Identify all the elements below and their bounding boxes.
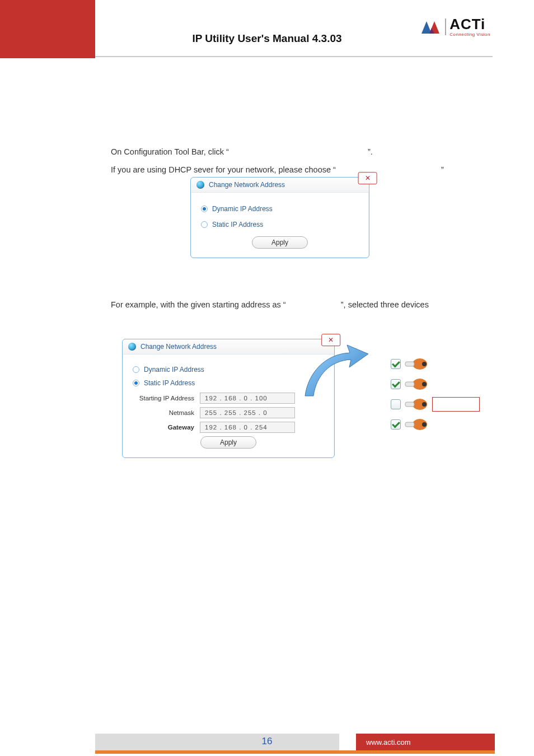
device-row-unselected: [391, 394, 503, 414]
svg-point-8: [422, 382, 427, 386]
radio-icon: [133, 380, 139, 386]
checkbox-icon[interactable]: [391, 379, 401, 389]
svg-marker-0: [421, 21, 432, 34]
camera-icon: [404, 377, 428, 391]
logo-sub-text: Connecting Vision: [449, 32, 490, 37]
device-list: [391, 354, 503, 435]
dialog-change-network-2: ✕ Change Network Address Dynamic IP Addr…: [122, 339, 335, 458]
body-line-3a: For example, with the given starting add…: [111, 300, 286, 309]
radio-static-ip[interactable]: Static IP Address: [201, 221, 359, 228]
field-label: Gateway: [133, 424, 194, 431]
dialog-title-bar: Change Network Address: [123, 339, 334, 354]
gateway-input[interactable]: 192 . 168 . 0 . 254: [200, 422, 295, 433]
apply-button[interactable]: Apply: [200, 436, 256, 449]
dialog-title-bar: Change Network Address: [191, 178, 369, 193]
close-icon[interactable]: ✕: [358, 172, 377, 184]
dialog-body: Dynamic IP Address Static IP Address Sta…: [123, 354, 334, 458]
dialog-title-text: Change Network Address: [140, 343, 217, 351]
close-icon[interactable]: ✕: [321, 334, 340, 346]
svg-rect-13: [405, 422, 414, 427]
body-line-2a: If you are using DHCP sever for your net…: [111, 165, 336, 174]
radio-dynamic-ip[interactable]: Dynamic IP Address: [133, 366, 324, 374]
device-row: [391, 414, 503, 435]
page-header: IP Utility User's Manual 4.3.03 ACTi Con…: [0, 0, 534, 58]
svg-point-11: [422, 402, 427, 407]
field-label: Netmask: [133, 409, 194, 416]
logo-mark-icon: [419, 18, 442, 36]
device-row: [391, 354, 503, 374]
netmask-input[interactable]: 255 . 255 . 255 . 0: [200, 407, 295, 418]
highlight-box: [432, 397, 480, 412]
radio-label: Static IP Address: [212, 221, 263, 228]
logo-text: ACTi Connecting Vision: [449, 17, 490, 37]
logo-main-text: ACTi: [449, 17, 490, 31]
svg-point-14: [422, 422, 427, 427]
radio-label: Dynamic IP Address: [144, 366, 204, 374]
dialog-frame: Change Network Address Dynamic IP Addres…: [122, 339, 335, 458]
footer-accent-line: [95, 750, 495, 754]
starting-ip-input[interactable]: 192 . 168 . 0 . 100: [200, 393, 295, 404]
svg-point-5: [422, 362, 427, 366]
camera-icon: [404, 357, 428, 371]
apply-button[interactable]: Apply: [252, 236, 308, 249]
dialog-title-text: Change Network Address: [209, 181, 285, 189]
field-label: Starting IP Address: [133, 395, 194, 402]
radio-label: Dynamic IP Address: [212, 205, 273, 213]
logo-separator: [445, 18, 446, 35]
globe-icon: [196, 181, 204, 189]
camera-icon: [404, 417, 428, 432]
footer-bar-right: www.acti.com: [356, 734, 495, 750]
field-starting-ip: Starting IP Address 192 . 168 . 0 . 100: [133, 393, 324, 404]
camera-icon: [404, 397, 428, 412]
page-root: IP Utility User's Manual 4.3.03 ACTi Con…: [0, 0, 534, 756]
svg-rect-7: [405, 382, 414, 386]
body-line-2b: ”: [441, 165, 444, 174]
footer-site-link[interactable]: www.acti.com: [366, 738, 410, 746]
radio-label: Static IP Address: [144, 379, 195, 387]
dialog-frame: Change Network Address Dynamic IP Addres…: [190, 177, 369, 258]
globe-icon: [128, 343, 136, 351]
body-line-3b: ”, selected three devices: [341, 300, 429, 309]
brand-logo: ACTi Connecting Vision: [419, 17, 490, 37]
device-row: [391, 374, 503, 394]
body-line-1b: ”.: [368, 147, 373, 156]
field-netmask: Netmask 255 . 255 . 255 . 0: [133, 407, 324, 418]
dialog-body: Dynamic IP Address Static IP Address App…: [191, 193, 369, 258]
header-rule: [95, 56, 493, 57]
checkbox-icon[interactable]: [391, 419, 401, 430]
body-line-1a: On Configuration Tool Bar, click “: [111, 147, 229, 156]
dialog-change-network-1: ✕ Change Network Address Dynamic IP Addr…: [190, 177, 369, 258]
svg-rect-10: [405, 402, 414, 407]
radio-icon: [201, 206, 208, 212]
checkbox-icon[interactable]: [391, 399, 401, 409]
radio-dynamic-ip[interactable]: Dynamic IP Address: [201, 205, 359, 213]
checkbox-icon[interactable]: [391, 359, 401, 369]
radio-icon: [133, 366, 139, 373]
svg-rect-4: [405, 362, 414, 366]
field-gateway: Gateway 192 . 168 . 0 . 254: [133, 422, 324, 433]
radio-static-ip[interactable]: Static IP Address: [133, 379, 324, 387]
radio-icon: [201, 221, 208, 228]
body-line-3: For example, with the given starting add…: [111, 296, 429, 314]
body-line-1: On Configuration Tool Bar, click “ ”.: [111, 143, 373, 161]
